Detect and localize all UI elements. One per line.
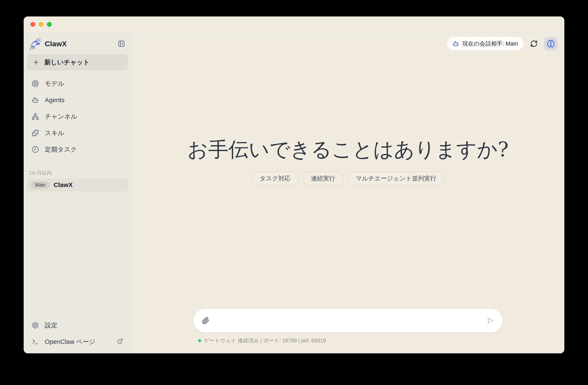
terminal-icon [32, 338, 39, 345]
sidebar-item-openclaw-page[interactable]: OpenClaw ページ [27, 333, 128, 350]
hero: お手伝いできることはありますか? タスク対応 連続実行 マルチエージェント並列実… [132, 138, 564, 185]
sidebar-item-label: モデル [45, 79, 64, 88]
sidebar-item-label: 設定 [45, 321, 58, 330]
composer [193, 309, 503, 332]
brain-mode-button[interactable] [544, 37, 558, 50]
sidebar-nav: モデル Agents チャンネル [27, 75, 128, 158]
attach-file-button[interactable] [200, 315, 212, 326]
main-content: 現在の会話相手: Main お手伝いできること [132, 33, 564, 353]
network-icon [32, 113, 39, 120]
zoom-window-button[interactable] [47, 22, 52, 27]
brain-icon [547, 40, 555, 48]
suggestion-continuous-run[interactable]: 連続実行 [303, 172, 343, 185]
current-partner-chip[interactable]: 現在の会話相手: Main [447, 37, 524, 51]
plus-icon [33, 59, 39, 66]
close-window-button[interactable] [30, 22, 35, 27]
sidebar-item-label: スキル [45, 129, 64, 137]
status-dot-icon [198, 339, 201, 342]
composer-area: ゲートウェイ 接続済み | ポート: 18789 | pid: 69319 [132, 309, 564, 344]
suggestion-pills: タスク対応 連続実行 マルチエージェント並列実行 [132, 172, 564, 185]
history-badge: Main [31, 181, 50, 189]
traffic-lights [30, 22, 52, 27]
send-button[interactable] [484, 315, 496, 326]
collapse-sidebar-button[interactable] [117, 39, 126, 48]
sidebar-item-agents[interactable]: Agents [27, 92, 128, 108]
clawx-logo-icon [29, 37, 42, 50]
history-title: ClawX [54, 181, 73, 188]
titlebar [24, 17, 564, 33]
gateway-status: ゲートウェイ 接続済み | ポート: 18789 | pid: 69319 [193, 337, 503, 344]
panel-collapse-icon [118, 40, 125, 47]
history-section-label: 1か月以内 [27, 169, 128, 176]
sidebar-spacer [27, 191, 128, 317]
sidebar-item-scheduled-tasks[interactable]: 定期タスク [27, 141, 128, 158]
minimize-window-button[interactable] [39, 22, 43, 27]
greeting-heading: お手伝いできることはありますか? [132, 138, 564, 161]
window-body: ClawX 新しいチャット [24, 33, 564, 353]
puzzle-icon [32, 129, 39, 137]
sidebar-item-models[interactable]: モデル [27, 75, 128, 92]
sidebar-item-skills[interactable]: スキル [27, 125, 128, 141]
send-icon [486, 316, 495, 325]
new-chat-label: 新しいチャット [44, 58, 89, 67]
suggestion-multi-agent[interactable]: マルチエージェント並列実行 [348, 172, 444, 185]
suggestion-task-support[interactable]: タスク対応 [252, 172, 299, 185]
sidebar-item-channels[interactable]: チャンネル [27, 108, 128, 125]
clock-icon [32, 146, 39, 153]
current-partner-label: 現在の会話相手: Main [462, 40, 518, 47]
status-text: ゲートウェイ 接続済み | ポート: 18789 | pid: 69319 [204, 337, 326, 344]
message-input[interactable] [212, 309, 484, 332]
robot-icon [32, 97, 39, 104]
sidebar-item-label: チャンネル [45, 112, 77, 121]
app-title: ClawX [45, 40, 114, 48]
app-window: ClawX 新しいチャット [24, 17, 564, 353]
refresh-icon [530, 40, 538, 47]
external-link-icon [117, 338, 123, 345]
cpu-icon [32, 80, 39, 87]
header-controls: 現在の会話相手: Main [447, 37, 558, 51]
history-item-clawx[interactable]: Main ClawX [27, 178, 128, 191]
sidebar-item-label: OpenClaw ページ [45, 338, 95, 346]
refresh-button[interactable] [528, 38, 539, 49]
sidebar-item-label: Agents [45, 97, 64, 104]
sidebar-item-label: 定期タスク [45, 145, 77, 154]
sidebar-item-settings[interactable]: 設定 [27, 317, 128, 333]
paperclip-icon [202, 317, 210, 324]
gear-icon [32, 322, 39, 329]
sidebar: ClawX 新しいチャット [24, 33, 132, 353]
sidebar-header: ClawX [27, 35, 128, 53]
new-chat-button[interactable]: 新しいチャット [27, 54, 128, 70]
robot-icon [453, 41, 459, 47]
